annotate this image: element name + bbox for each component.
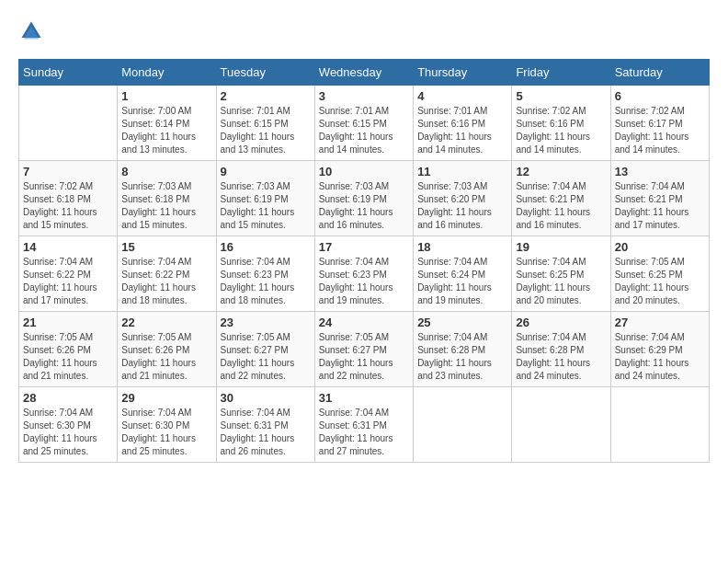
daylight-text: Daylight: 11 hours and 18 minutes. bbox=[121, 282, 196, 305]
calendar-day-cell: 2 Sunrise: 7:01 AM Sunset: 6:15 PM Dayli… bbox=[216, 86, 314, 161]
day-number: 9 bbox=[221, 165, 311, 178]
day-number: 7 bbox=[23, 165, 113, 178]
calendar-day-cell bbox=[414, 387, 512, 463]
sunset-text: Sunset: 6:15 PM bbox=[221, 119, 289, 129]
day-info: Sunrise: 7:04 AM Sunset: 6:31 PM Dayligh… bbox=[221, 407, 311, 458]
sunrise-text: Sunrise: 7:01 AM bbox=[417, 106, 487, 116]
day-info: Sunrise: 7:04 AM Sunset: 6:28 PM Dayligh… bbox=[417, 331, 507, 383]
day-info: Sunrise: 7:03 AM Sunset: 6:19 PM Dayligh… bbox=[221, 180, 311, 232]
day-info: Sunrise: 7:01 AM Sunset: 6:15 PM Dayligh… bbox=[319, 105, 409, 156]
calendar-day-cell: 9 Sunrise: 7:03 AM Sunset: 6:19 PM Dayli… bbox=[216, 161, 314, 236]
daylight-text: Daylight: 11 hours and 20 minutes. bbox=[615, 282, 689, 305]
day-info: Sunrise: 7:01 AM Sunset: 6:16 PM Dayligh… bbox=[417, 105, 507, 156]
weekday-header-cell: Tuesday bbox=[216, 60, 314, 86]
sunrise-text: Sunrise: 7:04 AM bbox=[221, 257, 290, 267]
sunset-text: Sunset: 6:27 PM bbox=[221, 345, 289, 355]
sunset-text: Sunset: 6:28 PM bbox=[516, 345, 584, 355]
day-info: Sunrise: 7:00 AM Sunset: 6:14 PM Dayligh… bbox=[121, 105, 211, 156]
daylight-text: Daylight: 11 hours and 13 minutes. bbox=[221, 132, 295, 155]
calendar-day-cell: 12 Sunrise: 7:04 AM Sunset: 6:21 PM Dayl… bbox=[512, 161, 610, 236]
calendar-day-cell: 6 Sunrise: 7:02 AM Sunset: 6:17 PM Dayli… bbox=[610, 86, 709, 161]
calendar-week-row: 28 Sunrise: 7:04 AM Sunset: 6:30 PM Dayl… bbox=[19, 387, 710, 463]
day-number: 10 bbox=[319, 165, 409, 178]
day-number: 14 bbox=[23, 240, 113, 254]
sunrise-text: Sunrise: 7:01 AM bbox=[221, 106, 290, 116]
calendar-day-cell: 3 Sunrise: 7:01 AM Sunset: 6:15 PM Dayli… bbox=[314, 86, 413, 161]
sunset-text: Sunset: 6:20 PM bbox=[417, 194, 485, 204]
day-info: Sunrise: 7:04 AM Sunset: 6:28 PM Dayligh… bbox=[516, 331, 606, 383]
calendar-week-row: 1 Sunrise: 7:00 AM Sunset: 6:14 PM Dayli… bbox=[19, 86, 710, 161]
calendar-day-cell: 21 Sunrise: 7:05 AM Sunset: 6:26 PM Dayl… bbox=[19, 312, 118, 387]
calendar-day-cell: 17 Sunrise: 7:04 AM Sunset: 6:23 PM Dayl… bbox=[314, 236, 413, 312]
day-info: Sunrise: 7:02 AM Sunset: 6:17 PM Dayligh… bbox=[615, 105, 705, 156]
daylight-text: Daylight: 11 hours and 19 minutes. bbox=[417, 282, 492, 305]
calendar-day-cell: 23 Sunrise: 7:05 AM Sunset: 6:27 PM Dayl… bbox=[216, 312, 314, 387]
day-number: 17 bbox=[319, 240, 409, 254]
page-header bbox=[18, 18, 710, 44]
day-number: 6 bbox=[615, 89, 705, 103]
daylight-text: Daylight: 11 hours and 16 minutes. bbox=[516, 207, 590, 230]
daylight-text: Daylight: 11 hours and 14 minutes. bbox=[516, 132, 590, 155]
sunrise-text: Sunrise: 7:03 AM bbox=[221, 181, 290, 191]
sunset-text: Sunset: 6:16 PM bbox=[417, 119, 485, 129]
sunrise-text: Sunrise: 7:04 AM bbox=[319, 408, 389, 418]
daylight-text: Daylight: 11 hours and 15 minutes. bbox=[221, 207, 295, 230]
sunrise-text: Sunrise: 7:04 AM bbox=[121, 257, 191, 267]
daylight-text: Daylight: 11 hours and 14 minutes. bbox=[615, 132, 689, 155]
calendar-day-cell: 24 Sunrise: 7:05 AM Sunset: 6:27 PM Dayl… bbox=[314, 312, 413, 387]
sunset-text: Sunset: 6:22 PM bbox=[121, 270, 189, 280]
day-info: Sunrise: 7:04 AM Sunset: 6:23 PM Dayligh… bbox=[221, 256, 311, 307]
day-number: 12 bbox=[516, 165, 606, 178]
calendar-day-cell: 19 Sunrise: 7:04 AM Sunset: 6:25 PM Dayl… bbox=[512, 236, 610, 312]
daylight-text: Daylight: 11 hours and 19 minutes. bbox=[319, 282, 393, 305]
weekday-header-cell: Wednesday bbox=[314, 60, 413, 86]
day-number: 31 bbox=[319, 391, 409, 405]
calendar-day-cell: 31 Sunrise: 7:04 AM Sunset: 6:31 PM Dayl… bbox=[314, 387, 413, 463]
sunrise-text: Sunrise: 7:05 AM bbox=[121, 332, 191, 342]
daylight-text: Daylight: 11 hours and 14 minutes. bbox=[417, 132, 492, 155]
sunrise-text: Sunrise: 7:02 AM bbox=[23, 181, 93, 191]
sunset-text: Sunset: 6:18 PM bbox=[23, 194, 91, 204]
day-number: 21 bbox=[23, 316, 113, 329]
sunrise-text: Sunrise: 7:03 AM bbox=[417, 181, 487, 191]
sunset-text: Sunset: 6:31 PM bbox=[319, 420, 387, 431]
calendar-day-cell: 20 Sunrise: 7:05 AM Sunset: 6:25 PM Dayl… bbox=[610, 236, 709, 312]
day-number: 1 bbox=[121, 89, 211, 103]
day-number: 26 bbox=[516, 316, 606, 329]
sunrise-text: Sunrise: 7:00 AM bbox=[121, 106, 191, 116]
day-number: 24 bbox=[319, 316, 409, 329]
calendar-day-cell: 1 Sunrise: 7:00 AM Sunset: 6:14 PM Dayli… bbox=[118, 86, 216, 161]
calendar-day-cell bbox=[19, 86, 118, 161]
sunset-text: Sunset: 6:23 PM bbox=[221, 270, 289, 280]
day-info: Sunrise: 7:04 AM Sunset: 6:23 PM Dayligh… bbox=[319, 256, 409, 307]
weekday-header-cell: Sunday bbox=[19, 60, 118, 86]
sunrise-text: Sunrise: 7:02 AM bbox=[516, 106, 586, 116]
day-info: Sunrise: 7:03 AM Sunset: 6:18 PM Dayligh… bbox=[121, 180, 211, 232]
sunrise-text: Sunrise: 7:04 AM bbox=[23, 408, 93, 418]
daylight-text: Daylight: 11 hours and 24 minutes. bbox=[615, 358, 689, 381]
daylight-text: Daylight: 11 hours and 16 minutes. bbox=[417, 207, 492, 230]
daylight-text: Daylight: 11 hours and 27 minutes. bbox=[319, 433, 393, 456]
calendar-day-cell: 13 Sunrise: 7:04 AM Sunset: 6:21 PM Dayl… bbox=[610, 161, 709, 236]
sunrise-text: Sunrise: 7:04 AM bbox=[615, 332, 685, 342]
day-info: Sunrise: 7:04 AM Sunset: 6:29 PM Dayligh… bbox=[615, 331, 705, 383]
day-info: Sunrise: 7:04 AM Sunset: 6:30 PM Dayligh… bbox=[23, 407, 113, 458]
daylight-text: Daylight: 11 hours and 15 minutes. bbox=[121, 207, 196, 230]
day-number: 22 bbox=[121, 316, 211, 329]
calendar-day-cell: 4 Sunrise: 7:01 AM Sunset: 6:16 PM Dayli… bbox=[414, 86, 512, 161]
sunset-text: Sunset: 6:26 PM bbox=[121, 345, 189, 355]
day-info: Sunrise: 7:05 AM Sunset: 6:26 PM Dayligh… bbox=[23, 331, 113, 383]
sunset-text: Sunset: 6:29 PM bbox=[615, 345, 683, 355]
day-info: Sunrise: 7:05 AM Sunset: 6:27 PM Dayligh… bbox=[319, 331, 409, 383]
daylight-text: Daylight: 11 hours and 15 minutes. bbox=[23, 207, 97, 230]
day-info: Sunrise: 7:03 AM Sunset: 6:20 PM Dayligh… bbox=[417, 180, 507, 232]
calendar-day-cell: 26 Sunrise: 7:04 AM Sunset: 6:28 PM Dayl… bbox=[512, 312, 610, 387]
day-number: 3 bbox=[319, 89, 409, 103]
day-info: Sunrise: 7:04 AM Sunset: 6:22 PM Dayligh… bbox=[121, 256, 211, 307]
day-info: Sunrise: 7:04 AM Sunset: 6:31 PM Dayligh… bbox=[319, 407, 409, 458]
day-info: Sunrise: 7:05 AM Sunset: 6:26 PM Dayligh… bbox=[121, 331, 211, 383]
day-info: Sunrise: 7:04 AM Sunset: 6:21 PM Dayligh… bbox=[615, 180, 705, 232]
sunset-text: Sunset: 6:24 PM bbox=[417, 270, 485, 280]
daylight-text: Daylight: 11 hours and 18 minutes. bbox=[221, 282, 295, 305]
weekday-header-cell: Saturday bbox=[610, 60, 709, 86]
